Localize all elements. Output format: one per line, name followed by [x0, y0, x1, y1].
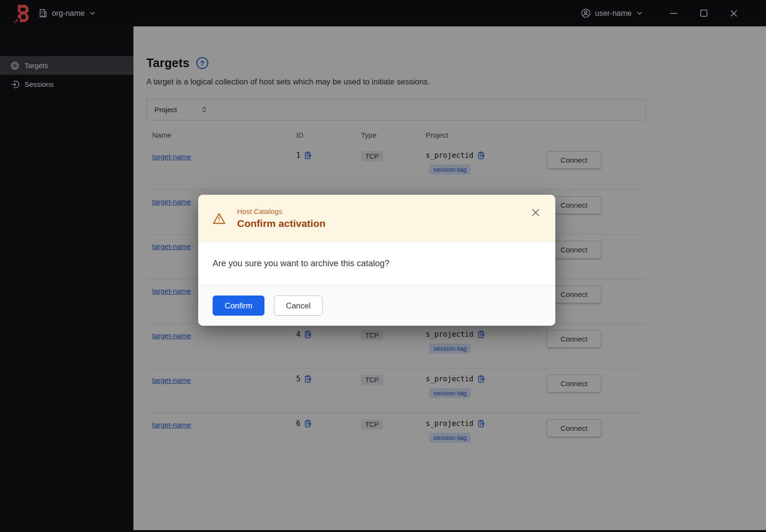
sidebar-item-label: Targets [24, 61, 48, 70]
close-icon [730, 10, 737, 17]
maximize-icon [700, 10, 707, 17]
chevron-down-icon [637, 12, 642, 15]
minimize-icon [670, 13, 677, 14]
confirm-button[interactable]: Confirm [213, 296, 264, 316]
warning-triangle-icon [213, 213, 226, 225]
window-maximize-button[interactable] [696, 6, 711, 21]
titlebar: org-name user-name [0, 0, 766, 26]
chevron-down-icon [90, 12, 95, 15]
close-icon [532, 209, 539, 216]
modal-header: Host Catalogs Confirm activation [198, 195, 555, 242]
sidebar: Targets Sessions [0, 26, 133, 532]
modal-body: Are you sure you want to archive this ca… [198, 242, 555, 285]
user-name-label: user-name [595, 9, 632, 18]
sidebar-item-sessions[interactable]: Sessions [0, 75, 133, 94]
sidebar-item-targets[interactable]: Targets [0, 56, 133, 75]
sign-in-icon [11, 80, 19, 89]
org-menu[interactable]: org-name [38, 9, 95, 18]
modal-context-label: Host Catalogs [237, 207, 325, 215]
user-avatar-icon [581, 8, 591, 18]
modal-footer: Confirm Cancel [198, 285, 555, 326]
building-icon [38, 9, 48, 18]
modal-title: Confirm activation [237, 218, 325, 229]
target-icon [11, 61, 19, 70]
window-minimize-button[interactable] [666, 6, 681, 21]
cancel-button[interactable]: Cancel [274, 296, 323, 316]
confirm-modal: Host Catalogs Confirm activation Are you… [198, 195, 555, 326]
modal-close-button[interactable] [529, 206, 542, 219]
window-close-button[interactable] [727, 6, 741, 21]
boundary-logo-icon [13, 4, 31, 23]
sidebar-item-label: Sessions [24, 80, 54, 88]
modal-message: Are you sure you want to archive this ca… [213, 259, 389, 269]
user-menu[interactable]: user-name [581, 8, 642, 18]
org-name-label: org-name [52, 9, 84, 18]
